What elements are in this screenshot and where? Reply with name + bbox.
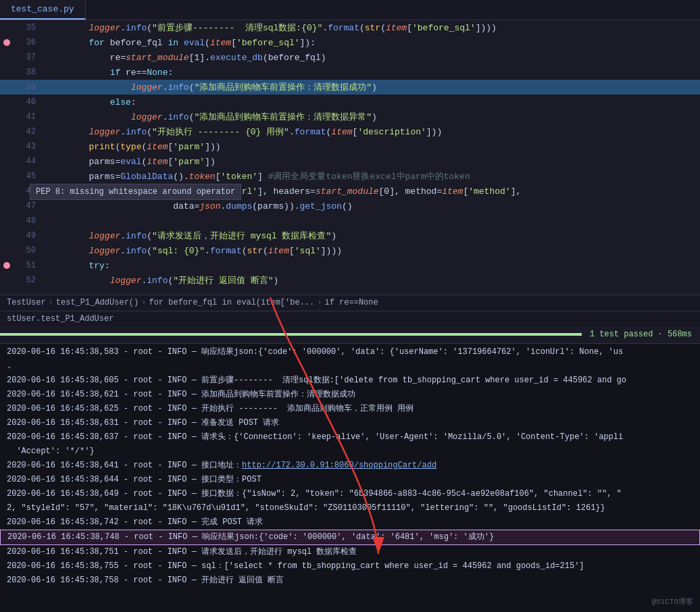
line-content-45: parms=GlobalData().token['token'] #调用全局变… bbox=[44, 170, 700, 182]
line-content-44: parms=eval(item['parm']) bbox=[44, 157, 700, 167]
code-line-49: 49 logger.info("请求发送后，开始进行 mysql 数据库检查") bbox=[0, 228, 700, 243]
line-content-52: logger.info("开始进行 返回值 断言") bbox=[44, 274, 700, 286]
line-content-38: if re==None: bbox=[44, 68, 700, 78]
code-line-36: 36 for before_fql in eval(item['before_s… bbox=[0, 35, 700, 50]
code-line-45: 45 parms=GlobalData().token['token'] #调用… bbox=[0, 169, 700, 184]
line-num-48: 48 bbox=[14, 216, 44, 226]
line-content-37: re=start_module[1].execute_db(before_fql… bbox=[44, 53, 700, 63]
line-num-36: 36 bbox=[14, 38, 44, 47]
line-content-50: logger.info("sql: {0}".format(str(item['… bbox=[44, 246, 700, 256]
breadcrumb-bar: TestUser › test_P1_AddUser() › for befor… bbox=[0, 295, 700, 311]
log-line-7: 2020-06-16 16:45:38,637 - root - INFO — … bbox=[0, 430, 700, 444]
code-line-39: 39 logger.info("添加商品到购物车前置操作：清理数据成功") bbox=[0, 80, 700, 95]
line-num-43: 43 bbox=[14, 142, 44, 151]
line-num-45: 45 bbox=[14, 172, 44, 181]
breadcrumb-item-3: for before_fql in eval(item['be... bbox=[149, 298, 314, 307]
line-num-38: 38 bbox=[14, 68, 44, 77]
log-line-10: 2020-06-16 16:45:38,649 - root - INFO — … bbox=[0, 487, 700, 501]
log-line-7b: 'Accept': '*/*'} bbox=[0, 444, 700, 459]
log-line-2: . bbox=[0, 359, 700, 374]
line-content-49: logger.info("请求发送后，开始进行 mysql 数据库检查") bbox=[44, 230, 700, 242]
line-content-41: logger.info("添加商品到购物车前置操作：清理数据异常") bbox=[44, 111, 700, 123]
code-line-51: 51 try: bbox=[0, 258, 700, 273]
code-line-42: 42 logger.info("开始执行 -------- {0} 用例".fo… bbox=[0, 124, 700, 139]
line-num-39: 39 bbox=[14, 82, 44, 92]
line-content-42: logger.info("开始执行 -------- {0} 用例".forma… bbox=[44, 126, 700, 138]
code-line-38: 38 if re==None: bbox=[0, 65, 700, 80]
line-content-35: logger.info("前置步骤-------- 清理sql数据:{0}".f… bbox=[44, 22, 700, 34]
line-num-41: 41 bbox=[14, 112, 44, 122]
log-line-12: 2020-06-16 16:45:38,748 - root - INFO — … bbox=[0, 530, 700, 545]
log-line-13: 2020-06-16 16:45:38,751 - root - INFO — … bbox=[0, 545, 700, 559]
code-line-40: 40 else: bbox=[0, 95, 700, 109]
log-line-4: 2020-06-16 16:45:38,621 - root - INFO — … bbox=[0, 388, 700, 402]
breakpoint-51 bbox=[0, 262, 14, 269]
line-content-43: print(type(item['parm'])) bbox=[44, 142, 700, 152]
log-line-1: 2020-06-16 16:45:38,583 - root - INFO — … bbox=[0, 345, 700, 359]
tab-bar: test_case.py bbox=[0, 0, 700, 20]
test-results-bar: 1 test passed · 568ms bbox=[0, 326, 700, 344]
line-num-51: 51 bbox=[14, 261, 44, 270]
line-num-50: 50 bbox=[14, 246, 44, 255]
line-num-42: 42 bbox=[14, 127, 44, 136]
line-num-52: 52 bbox=[14, 276, 44, 285]
breadcrumb-sep-1: › bbox=[49, 298, 53, 307]
breadcrumb-item-1: TestUser bbox=[7, 298, 46, 307]
line-content-48 bbox=[44, 216, 700, 226]
line-content-36: for before_fql in eval(item['before_sql'… bbox=[44, 38, 700, 48]
code-line-44: 44 parms=eval(item['parm']) bbox=[0, 154, 700, 169]
code-line-43: 43 print(type(item['parm'])) bbox=[0, 139, 700, 154]
code-line-47: 47 data=json.dumps(parms)).get_json() bbox=[0, 199, 700, 213]
code-line-41: 41 logger.info("添加商品到购物车前置操作：清理数据异常") bbox=[0, 109, 700, 124]
log-line-11: 2020-06-16 16:45:38,742 - root - INFO — … bbox=[0, 515, 700, 530]
breadcrumb-sep-3: › bbox=[317, 298, 322, 307]
code-lines: 35 logger.info("前置步骤-------- 清理sql数据:{0}… bbox=[0, 20, 700, 288]
code-line-37: 37 re=start_module[1].execute_db(before_… bbox=[0, 50, 700, 65]
line-content-39: logger.info("添加商品到购物车前置操作：清理数据成功") bbox=[44, 81, 700, 93]
code-line-35: 35 logger.info("前置步骤-------- 清理sql数据:{0}… bbox=[0, 20, 700, 35]
log-line-8: 2020-06-16 16:45:38,641 - root - INFO — … bbox=[0, 459, 700, 473]
log-line-15: 2020-06-16 16:45:38,758 - root - INFO — … bbox=[0, 573, 700, 588]
main-container: test_case.py PEP 8: missing whitespace a… bbox=[0, 0, 700, 612]
code-line-50: 50 logger.info("sql: {0}".format(str(ite… bbox=[0, 243, 700, 258]
log-line-10b: 2, "styleId": "57", "material": "18K\u76… bbox=[0, 501, 700, 515]
breadcrumb-sep-2: › bbox=[141, 298, 146, 307]
line-num-44: 44 bbox=[14, 157, 44, 166]
code-line-48: 48 bbox=[0, 213, 700, 228]
log-line-14: 2020-06-16 16:45:38,755 - root - INFO — … bbox=[0, 559, 700, 573]
test-progress-bar bbox=[0, 333, 582, 336]
breadcrumb-item-2: test_P1_AddUser() bbox=[56, 298, 139, 307]
log-line-3: 2020-06-16 16:45:38,605 - root - INFO — … bbox=[0, 374, 700, 388]
log-line-5: 2020-06-16 16:45:38,625 - root - INFO — … bbox=[0, 402, 700, 416]
line-num-40: 40 bbox=[14, 97, 44, 107]
console-area[interactable]: 2020-06-16 16:45:38,583 - root - INFO — … bbox=[0, 344, 700, 612]
test-result-text: 1 test passed · 568ms bbox=[582, 330, 700, 339]
watermark: @51CTO博客 bbox=[651, 596, 693, 607]
line-num-37: 37 bbox=[14, 53, 44, 62]
line-num-49: 49 bbox=[14, 231, 44, 240]
bottom-section: stUser.test_P1_AddUser 1 test passed · 5… bbox=[0, 311, 700, 612]
line-content-47: data=json.dumps(parms)).get_json() bbox=[44, 201, 700, 211]
api-url-link[interactable]: http://172.30.0.91:8060/shoppingCart/add bbox=[242, 461, 436, 470]
line-num-47: 47 bbox=[14, 201, 44, 211]
line-content-40: else: bbox=[44, 97, 700, 107]
breakpoint-36 bbox=[0, 39, 14, 46]
active-tab[interactable]: test_case.py bbox=[0, 0, 86, 20]
code-line-52: 52 logger.info("开始进行 返回值 断言") bbox=[0, 273, 700, 288]
line-num-35: 35 bbox=[14, 23, 44, 32]
code-editor: PEP 8: missing whitespace around operato… bbox=[0, 20, 700, 295]
log-line-6: 2020-06-16 16:45:38,631 - root - INFO — … bbox=[0, 416, 700, 430]
line-content-51: try: bbox=[44, 261, 700, 271]
breadcrumb-item-4: if re==None bbox=[324, 298, 378, 307]
pep8-tooltip: PEP 8: missing whitespace around operato… bbox=[30, 184, 241, 200]
test-suite-label: stUser.test_P1_AddUser bbox=[0, 311, 700, 326]
log-line-9: 2020-06-16 16:45:38,644 - root - INFO — … bbox=[0, 473, 700, 487]
